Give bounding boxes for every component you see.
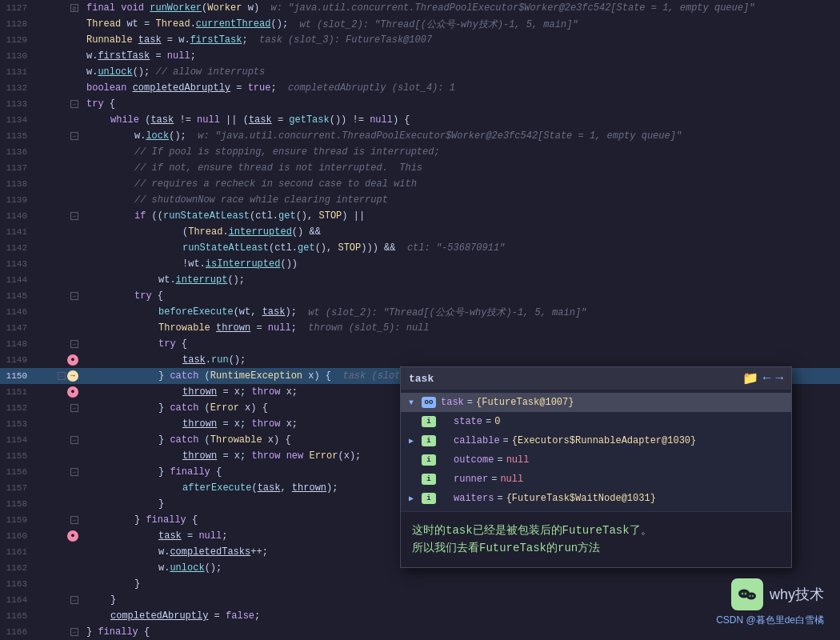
table-row: 1137 // if not, ensure thread is not int… [0,160,840,176]
line-number: 1145 [0,288,35,304]
fold-icon[interactable]: − [70,340,78,348]
popup-eq: = [491,474,497,485]
line-icons [35,272,83,288]
table-row: 1136 // If pool is stopping, ensure thre… [0,144,840,160]
fold-icon[interactable]: − [70,404,78,412]
popup-key: outcome [441,454,494,466]
line-number: 1146 [0,304,35,320]
table-row: 1148 − try { [0,336,840,352]
fold-icon[interactable]: − [70,100,78,108]
popup-callable-row[interactable]: ▶ i callable = {Executors$RunnableAdapte… [401,431,791,450]
table-row: 1163 } [0,576,840,592]
line-number: 1150 [0,368,35,384]
code-content: try { [83,96,840,112]
line-number: 1128 [0,16,35,32]
expand-icon[interactable]: ▼ [409,398,422,407]
line-number: 1136 [0,144,35,160]
popup-eq: = [486,416,491,427]
popup-val: 0 [494,416,500,427]
table-row: 1132 boolean completedAbruptly = true; c… [0,80,840,96]
line-icons: ● [35,352,83,368]
popup-forward-icon[interactable]: → [775,371,783,386]
line-number: 1153 [0,416,35,432]
code-content: !wt.isInterrupted()) [83,256,840,272]
popup-val: {FutureTask$WaitNode@1031} [506,493,656,504]
line-number: 1148 [0,336,35,352]
popup-outcome-row[interactable]: i outcome = null [401,450,791,470]
code-content: // if not, ensure thread is not interrup… [83,160,840,176]
code-content: task.run(); [83,352,840,368]
line-number: 1135 [0,128,35,144]
line-icons: − [35,512,83,528]
popup-key: runner [441,474,488,485]
svg-point-5 [752,595,754,597]
line-number: 1131 [0,64,35,80]
fold-icon[interactable]: − [70,212,78,220]
popup-body: ▼ oo task = {FutureTask@1007} i state = … [401,390,791,511]
line-number: 1162 [0,560,35,576]
table-row: 1139 // shutdownNow race while clearing … [0,192,840,208]
line-number: 1154 [0,432,35,448]
expand-icon[interactable]: ▶ [409,436,422,446]
code-content: // shutdownNow race while clearing inter… [83,192,840,208]
popup-back-icon[interactable]: ← [763,371,771,386]
line-number: 1163 [0,576,35,592]
fold-icon[interactable]: − [70,292,78,300]
line-icons [35,112,83,128]
popup-root-row[interactable]: ▼ oo task = {FutureTask@1007} [401,393,791,412]
type-i-icon: i [422,435,436,446]
code-content: // If pool is stopping, ensure thread is… [83,144,840,160]
popup-waiters-row[interactable]: ▶ i waiters = {FutureTask$WaitNode@1031} [401,489,791,508]
breakpoint-icon[interactable]: ● [67,386,78,398]
fold-icon[interactable]: @ [70,4,78,12]
line-number: 1144 [0,272,35,288]
line-number: 1139 [0,192,35,208]
popup-eq: = [467,397,473,408]
breakpoint-icon[interactable]: ● [67,530,78,542]
fold-icon[interactable]: − [70,516,78,524]
popup-folder-icon[interactable]: 📁 [742,370,758,386]
line-number: 1152 [0,400,35,416]
line-icons: − [35,400,83,416]
breakpoint-icon[interactable]: ● [67,354,78,366]
fold-icon[interactable]: − [70,596,78,604]
line-icons: − [35,624,83,640]
table-row: 1147 Throwable thrown = null; thrown (sl… [0,320,840,336]
fold-icon[interactable]: − [70,132,78,140]
line-icons [35,16,83,32]
code-content: if ((runStateAtLeast(ctl.get(), STOP) || [83,208,840,224]
fold-icon[interactable]: − [70,468,78,476]
line-number: 1161 [0,544,35,560]
line-number: 1140 [0,208,35,224]
line-number: 1137 [0,160,35,176]
line-icons [35,32,83,48]
fold-icon[interactable]: − [70,628,78,636]
fold-icon[interactable]: − [70,436,78,444]
line-icons [35,176,83,192]
expand-icon[interactable]: ▶ [409,494,422,503]
line-icons [35,160,83,176]
popup-key: state [441,416,482,427]
code-content: boolean completedAbruptly = true; comple… [83,80,840,96]
type-i-icon: i [422,416,436,427]
table-row: 1140 − if ((runStateAtLeast(ctl.get(), S… [0,208,840,224]
table-row: 1142 runStateAtLeast(ctl.get(), STOP))) … [0,240,840,256]
line-number: 1142 [0,240,35,256]
code-content: Thread wt = Thread.currentThread(); wt (… [83,16,840,32]
fold-icon[interactable]: − [58,372,66,380]
code-content: (Thread.interrupted() && [83,224,840,240]
line-number: 1133 [0,96,35,112]
table-row: 1149 ● task.run(); [0,352,840,368]
popup-runner-row[interactable]: i runner = null [401,470,791,489]
line-icons [35,320,83,336]
line-icons: − [35,592,83,608]
line-icons: − [35,128,83,144]
popup-state-row[interactable]: i state = 0 [401,412,791,431]
popup-header: task 📁 ← → [401,367,791,390]
line-number: 1147 [0,320,35,336]
code-content: try { [83,288,840,304]
table-row: 1164 − } [0,592,840,608]
table-row: 1128 Thread wt = Thread.currentThread();… [0,16,840,32]
watermark-csdn: CSDN @暮色里de白雪橘 [716,614,824,627]
line-number: 1151 [0,384,35,400]
